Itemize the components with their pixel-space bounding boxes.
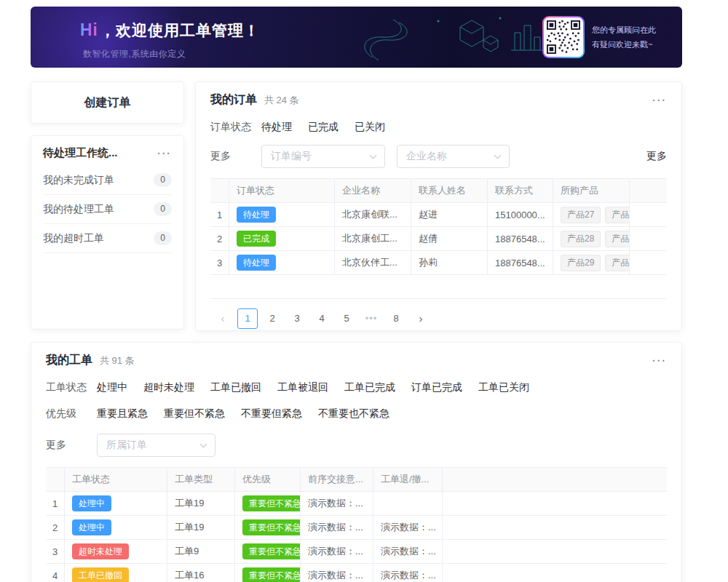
create-order-label: 创建订单: [84, 95, 131, 111]
stat-count-badge: 0: [154, 231, 172, 245]
orders-table: 订单状态 企业名称 联系人姓名 联系方式 所购产品 1 待处理 北京康创联...…: [210, 178, 667, 299]
table-empty-area: [210, 275, 667, 299]
row-index: 4: [46, 564, 65, 582]
table-row[interactable]: 4 工单已撤回 工单16 重要但不紧急 演示数据：... 演示数据：...: [46, 564, 667, 582]
priority-option-important-not-urgent[interactable]: 重要但不紧急: [164, 407, 225, 420]
header-filler: [443, 468, 667, 491]
row-index: 1: [46, 492, 65, 515]
stat-item-unfinished-orders[interactable]: 我的未完成订单 0: [43, 166, 172, 195]
company-placeholder: 企业名称: [406, 150, 447, 163]
orders-pagination: ‹ 1 2 3 4 5 ••• 8 ›: [210, 308, 667, 329]
order-no-placeholder: 订单编号: [271, 150, 312, 163]
priority-label: 优先级: [46, 407, 97, 420]
table-row[interactable]: 1 待处理 北京康创联... 赵进 15100000... 产品27 产品: [210, 203, 667, 227]
priority-option-not-important-urgent[interactable]: 不重要但紧急: [241, 407, 302, 420]
status-badge: 已完成: [237, 231, 276, 247]
more-icon[interactable]: ···: [157, 148, 172, 159]
stats-card-title: 待处理工作统...: [43, 146, 118, 160]
stat-label: 我的待处理工单: [43, 203, 114, 216]
parent-order-select[interactable]: 所属订单: [97, 434, 215, 457]
filter-option-overdue[interactable]: 超时未处理: [143, 381, 194, 394]
handover-cell: 演示数据：...: [301, 564, 373, 582]
page-button-5[interactable]: 5: [336, 308, 357, 329]
page: Hi，欢迎使用工单管理！ 数智化管理,系统由你定义: [0, 0, 682, 582]
priority-badge: 重要但不紧急: [242, 543, 301, 559]
banner-hi: Hi: [80, 20, 98, 39]
company-name-select[interactable]: 企业名称: [397, 145, 510, 168]
filter-option-wo-completed[interactable]: 工单已完成: [344, 381, 395, 394]
pagination-ellipsis-icon[interactable]: •••: [361, 308, 381, 329]
more-filter-label: 更多: [46, 439, 97, 452]
table-row[interactable]: 3 待处理 北京伙伴工... 孙莉 18876548... 产品29 产品: [210, 251, 667, 275]
orders-panel-header: 我的订单 共 24 条 ···: [210, 92, 667, 108]
left-column: 创建订单 待处理工作统... ··· 我的未完成订单 0 我的待处理工单 0 我…: [31, 81, 184, 331]
page-button-1[interactable]: 1: [237, 308, 258, 329]
filter-option-withdrawn[interactable]: 工单已撤回: [210, 381, 261, 394]
order-more-filter-row: 更多 订单编号 企业名称 更多: [210, 145, 667, 168]
filter-option-processing[interactable]: 处理中: [97, 381, 127, 394]
filter-option-pending[interactable]: 待处理: [261, 121, 292, 134]
priority-option-not-important-not-urgent[interactable]: 不重要也不紧急: [318, 407, 389, 420]
chevron-down-icon: [200, 441, 207, 448]
stat-item-overdue-workorders[interactable]: 我的超时工单 0: [43, 224, 172, 253]
stat-item-pending-workorders[interactable]: 我的待处理工单 0: [43, 195, 172, 224]
header-index: [210, 179, 229, 202]
qr-pattern-icon: [547, 20, 580, 54]
workorder-more-filter-row: 更多 所属订单: [46, 434, 667, 457]
workorder-status-filter-row: 工单状态 处理中 超时未处理 工单已撤回 工单被退回 工单已完成 订单已完成 工…: [46, 381, 667, 394]
qr-note-line1: 您的专属顾问在此: [592, 23, 673, 37]
status-cell: 工单已撤回: [65, 564, 167, 582]
filter-option-closed[interactable]: 已关闭: [355, 121, 385, 134]
priority-option-important-urgent[interactable]: 重要且紧急: [97, 407, 148, 420]
chevron-down-icon: [494, 152, 502, 159]
filter-option-returned[interactable]: 工单被退回: [277, 381, 328, 394]
more-icon[interactable]: ···: [652, 356, 667, 366]
type-cell: 工单19: [167, 516, 235, 539]
contact-cell: 赵进: [411, 203, 488, 226]
header-products: 所购产品: [553, 179, 630, 202]
row-index: 3: [210, 251, 229, 274]
order-no-select[interactable]: 订单编号: [261, 145, 385, 168]
priority-badge: 重要但不紧急: [242, 567, 301, 582]
priority-cell: 重要但不紧急: [235, 492, 301, 515]
filler-cell: [630, 251, 667, 274]
table-row[interactable]: 2 已完成 北京康创工... 赵倩 18876548... 产品28 产品: [210, 227, 667, 251]
table-row[interactable]: 1 处理中 工单19 重要但不紧急 演示数据：...: [46, 492, 667, 516]
qr-code-inner: [544, 17, 583, 57]
company-cell: 北京伙伴工...: [335, 251, 411, 274]
product-tag: 产品: [605, 231, 630, 247]
status-badge: 超时未处理: [72, 543, 129, 559]
header-company: 企业名称: [335, 179, 411, 202]
page-button-2[interactable]: 2: [262, 308, 282, 329]
header-contact: 联系人姓名: [411, 179, 488, 202]
create-order-button[interactable]: 创建订单: [31, 81, 184, 124]
more-link[interactable]: 更多: [646, 150, 667, 163]
header-order-status: 订单状态: [229, 179, 335, 202]
page-button-8[interactable]: 8: [386, 308, 406, 329]
products-cell: 产品28 产品: [553, 227, 630, 250]
table-row[interactable]: 2 处理中 工单19 重要但不紧急 演示数据：... 演示数据：...: [46, 516, 667, 540]
filter-option-completed[interactable]: 已完成: [308, 121, 339, 134]
company-cell: 北京康创联...: [335, 203, 411, 226]
next-page-button[interactable]: ›: [411, 308, 431, 329]
header-withdraw: 工单退/撤...: [373, 468, 443, 491]
priority-cell: 重要但不紧急: [235, 540, 301, 563]
page-button-4[interactable]: 4: [312, 308, 332, 329]
phone-cell: 18876548...: [488, 251, 553, 274]
qr-code[interactable]: [542, 16, 585, 58]
status-cell: 处理中: [65, 492, 167, 515]
filter-option-wo-closed[interactable]: 工单已关闭: [478, 381, 529, 394]
qr-note-line2: 有疑问欢迎来戳~: [592, 37, 673, 52]
page-button-3[interactable]: 3: [287, 308, 307, 329]
welcome-banner: Hi，欢迎使用工单管理！ 数智化管理,系统由你定义: [31, 7, 682, 68]
more-icon[interactable]: ···: [652, 95, 667, 105]
status-badge: 工单已撤回: [72, 567, 129, 582]
row-index: 2: [210, 227, 229, 250]
table-row[interactable]: 3 超时未处理 工单9 重要但不紧急 演示数据：... 演示数据：...: [46, 540, 667, 564]
filler-cell: [630, 203, 667, 226]
filter-option-order-completed[interactable]: 订单已完成: [411, 381, 462, 394]
type-cell: 工单16: [167, 564, 235, 582]
prev-page-button[interactable]: ‹: [213, 308, 233, 329]
header-wo-type: 工单类型: [167, 468, 235, 491]
more-filter-label: 更多: [210, 150, 261, 163]
